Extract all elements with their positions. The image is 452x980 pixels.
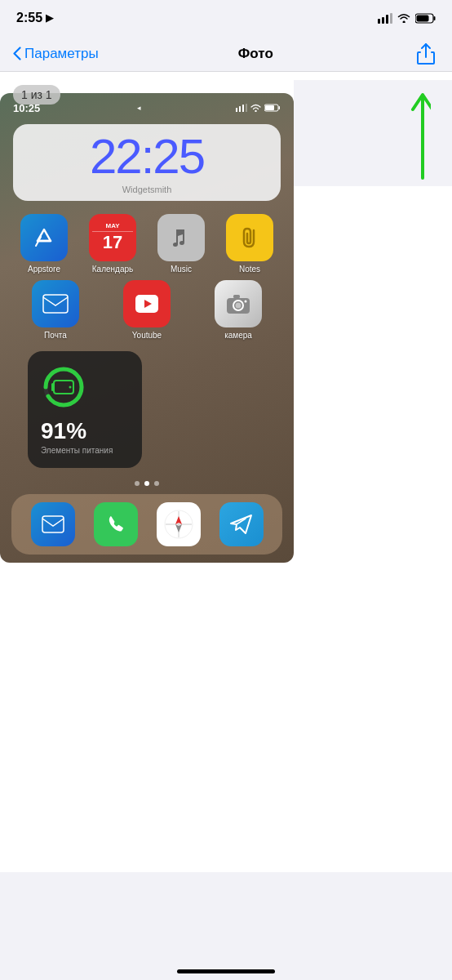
- battery-icon: [415, 13, 436, 24]
- phone-location-icon: ◂: [137, 104, 141, 112]
- mail-label: Почта: [44, 331, 67, 340]
- svg-point-29: [69, 386, 72, 389]
- battery-percent-label: 91%: [41, 418, 86, 444]
- svg-point-24: [245, 301, 247, 303]
- clock-time-display: 22:25: [90, 132, 204, 181]
- app-mail[interactable]: Почта: [15, 280, 96, 340]
- status-bar: 2:55 ▶: [0, 0, 452, 36]
- arrow-svg: [382, 80, 431, 186]
- youtube-icon-img: [123, 280, 171, 327]
- back-button[interactable]: Параметры: [13, 46, 99, 62]
- youtube-label: Youtube: [132, 331, 162, 340]
- svg-rect-17: [43, 295, 68, 313]
- dock-safari[interactable]: [157, 502, 201, 546]
- notes-icon-img: [226, 214, 273, 261]
- music-note-icon: [170, 226, 193, 249]
- mail-icon-img: [32, 280, 79, 327]
- svg-point-4: [403, 21, 405, 24]
- calendar-icon-img: MAY 17: [89, 214, 136, 261]
- svg-rect-16: [265, 105, 274, 110]
- camera-icon-img: [215, 280, 262, 327]
- dot-2: [144, 481, 149, 486]
- app-grid-row1: Appstore MAY 17 Календарь: [0, 207, 294, 280]
- app-calendar[interactable]: MAY 17 Календарь: [83, 214, 142, 274]
- page-dots: [0, 474, 294, 489]
- photo-viewer: 1 из 1 10:25 ◂: [0, 72, 452, 872]
- dock: [11, 494, 282, 555]
- svg-rect-15: [279, 106, 281, 109]
- location-icon: ▶: [46, 12, 53, 24]
- dock-mail-icon: [42, 515, 64, 533]
- dock-safari-icon: [164, 510, 193, 539]
- status-time: 2:55 ▶: [16, 11, 53, 25]
- calendar-day: 17: [103, 232, 122, 253]
- svg-rect-1: [382, 17, 384, 24]
- app-notes[interactable]: Notes: [220, 214, 279, 274]
- camera-label: камера: [224, 331, 252, 340]
- share-icon: [416, 42, 436, 65]
- svg-rect-3: [390, 13, 392, 24]
- widget-name-label: Widgetsmith: [122, 185, 172, 194]
- appstore-label: Appstore: [28, 265, 60, 274]
- app-appstore[interactable]: Appstore: [15, 214, 73, 274]
- calendar-month: MAY: [92, 222, 133, 232]
- app-camera[interactable]: камера: [197, 280, 279, 340]
- notes-label: Notes: [239, 265, 260, 274]
- nav-bar: Параметры Фото: [0, 36, 452, 72]
- back-label: Параметры: [24, 46, 99, 62]
- dot-1: [135, 481, 140, 486]
- svg-rect-7: [417, 15, 429, 21]
- battery-circle: [41, 364, 86, 410]
- mail-envelope-icon: [42, 294, 69, 314]
- wifi-icon: [397, 13, 410, 23]
- share-button[interactable]: [413, 41, 439, 67]
- svg-rect-11: [242, 105, 244, 112]
- appstore-logo: [33, 226, 55, 249]
- back-chevron-icon: [13, 47, 21, 60]
- app-grid-row2: Почта Youtube: [0, 280, 294, 345]
- notes-paperclip-icon: [237, 225, 262, 250]
- green-arrow-annotation: [382, 80, 431, 189]
- svg-rect-9: [236, 108, 237, 112]
- phone-battery-icon: [264, 104, 281, 112]
- phone-wifi-icon: [250, 104, 261, 112]
- svg-point-22: [236, 303, 242, 309]
- camera-svg-icon: [226, 293, 250, 314]
- phone-signal-icon: [236, 104, 247, 112]
- battery-ring-svg: [41, 364, 86, 410]
- dock-mail[interactable]: [31, 502, 75, 546]
- svg-rect-10: [239, 106, 241, 112]
- music-label: Music: [171, 265, 192, 274]
- phone-screenshot: 10:25 ◂: [0, 93, 294, 563]
- svg-point-13: [255, 110, 256, 112]
- battery-widget: 91% Элементы питания: [28, 351, 142, 468]
- photo-counter: 1 из 1: [13, 85, 60, 105]
- svg-rect-28: [51, 383, 54, 391]
- dock-phone[interactable]: [94, 502, 138, 546]
- signal-icon: [378, 13, 392, 24]
- phone-status-icons: [236, 104, 281, 112]
- dock-telegram[interactable]: [219, 502, 264, 546]
- clock-widget: 22:25 Widgetsmith: [13, 124, 281, 201]
- svg-rect-0: [378, 19, 380, 24]
- app-music[interactable]: Music: [152, 214, 210, 274]
- status-icons: [378, 13, 436, 24]
- battery-widget-container: 91% Элементы питания: [0, 345, 294, 474]
- music-icon-img: [157, 214, 205, 261]
- page-title: Фото: [238, 46, 273, 62]
- svg-rect-12: [246, 104, 247, 112]
- home-indicator-area: [0, 956, 452, 980]
- dock-phone-icon: [105, 514, 126, 535]
- dock-telegram-icon: [229, 513, 254, 536]
- battery-text-label: Элементы питания: [41, 446, 113, 455]
- app-youtube[interactable]: Youtube: [106, 280, 188, 340]
- svg-rect-30: [42, 516, 64, 532]
- calendar-label: Календарь: [92, 265, 133, 274]
- dot-3: [154, 481, 159, 486]
- time-label: 2:55: [16, 11, 42, 25]
- svg-rect-23: [233, 295, 240, 298]
- home-indicator: [177, 969, 275, 973]
- appstore-icon: [20, 214, 68, 261]
- svg-point-26: [46, 369, 82, 405]
- svg-rect-6: [434, 16, 436, 20]
